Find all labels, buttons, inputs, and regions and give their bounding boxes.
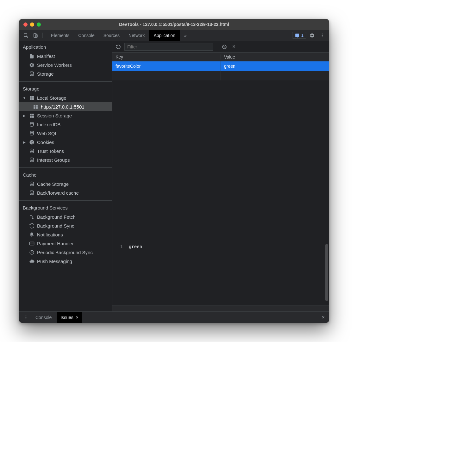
issues-count: 1 bbox=[301, 33, 304, 38]
drawer-tab-console[interactable]: Console bbox=[32, 312, 55, 323]
cell-key: favoriteColor bbox=[112, 61, 221, 71]
column-divider[interactable] bbox=[221, 61, 221, 242]
tab-console[interactable]: Console bbox=[74, 30, 99, 41]
toolbar-right: 1 bbox=[292, 31, 327, 40]
filter-input[interactable] bbox=[124, 43, 213, 51]
sidebar-item-back-forward-cache[interactable]: Back/forward cache bbox=[19, 188, 112, 197]
window-title: DevTools - 127.0.0.1:5501/posts/9-13-22/… bbox=[19, 22, 329, 27]
table-body: favoriteColor green bbox=[112, 61, 329, 242]
sidebar-item-session-storage[interactable]: ▶Session Storage bbox=[19, 111, 112, 120]
svg-point-20 bbox=[30, 131, 34, 132]
svg-rect-10 bbox=[32, 98, 34, 100]
sidebar-item-label: Periodic Background Sync bbox=[37, 250, 93, 255]
sidebar-item-label: Notifications bbox=[37, 232, 63, 237]
grid-icon bbox=[29, 95, 34, 101]
sidebar-item-storage[interactable]: Storage bbox=[19, 69, 112, 78]
sidebar-item-background-sync[interactable]: Background Sync bbox=[19, 221, 112, 230]
sync-icon bbox=[29, 223, 34, 229]
svg-rect-15 bbox=[30, 114, 32, 116]
cloud-icon bbox=[29, 259, 34, 264]
sidebar-item-push-messaging[interactable]: Push Messaging bbox=[19, 257, 112, 266]
maximize-window-button[interactable] bbox=[37, 22, 41, 27]
svg-rect-30 bbox=[29, 242, 34, 245]
sidebar-item-cache-storage[interactable]: Cache Storage bbox=[19, 179, 112, 188]
svg-point-23 bbox=[32, 141, 33, 142]
drawer-tab-issues[interactable]: Issues × bbox=[57, 312, 82, 323]
svg-point-3 bbox=[322, 34, 323, 34]
tab-elements[interactable]: Elements bbox=[47, 30, 74, 41]
sidebar-item-payment-handler[interactable]: Payment Handler bbox=[19, 239, 112, 248]
tab-network[interactable]: Network bbox=[124, 30, 149, 41]
gear-icon bbox=[29, 62, 34, 68]
preview-scrollbar[interactable] bbox=[325, 244, 328, 301]
drawer: Console Issues × × bbox=[19, 311, 329, 323]
svg-rect-9 bbox=[30, 98, 32, 100]
sidebar-item-trust-tokens[interactable]: Trust Tokens bbox=[19, 147, 112, 155]
sidebar-item-label: Service Workers bbox=[37, 62, 72, 68]
sidebar-item-web-sql[interactable]: Web SQL bbox=[19, 129, 112, 138]
issue-icon bbox=[295, 33, 299, 38]
sidebar-item-label: http://127.0.0.1:5501 bbox=[41, 104, 85, 110]
clear-all-icon[interactable] bbox=[221, 43, 228, 50]
sidebar-item-label: Storage bbox=[37, 71, 54, 77]
drawer-close-icon[interactable]: × bbox=[320, 315, 327, 320]
svg-rect-16 bbox=[32, 114, 34, 116]
inspect-element-icon[interactable] bbox=[22, 31, 30, 40]
svg-point-25 bbox=[32, 143, 33, 143]
cell-value: green bbox=[221, 61, 329, 71]
issues-badge[interactable]: 1 bbox=[292, 32, 306, 39]
sidebar-item-indexeddb[interactable]: IndexedDB bbox=[19, 120, 112, 129]
sidebar-item-label: Cache Storage bbox=[37, 181, 69, 187]
sidebar-item-background-fetch[interactable]: Background Fetch bbox=[19, 212, 112, 221]
tab-application[interactable]: Application bbox=[149, 30, 180, 41]
col-key[interactable]: Key bbox=[112, 54, 221, 60]
sidebar-item-manifest[interactable]: Manifest bbox=[19, 52, 112, 60]
svg-point-26 bbox=[30, 149, 34, 150]
sidebar-item-label: Payment Handler bbox=[37, 241, 74, 246]
minimize-window-button[interactable] bbox=[30, 22, 34, 27]
drawer-menu-icon[interactable] bbox=[22, 313, 30, 322]
kebab-menu-icon[interactable] bbox=[318, 31, 327, 40]
sidebar-item-label: Trust Tokens bbox=[37, 148, 64, 154]
sidebar-item-service-workers[interactable]: Service Workers bbox=[19, 60, 112, 69]
content-pane: × Key Value favoriteColor green 1 bbox=[112, 41, 329, 311]
svg-point-19 bbox=[30, 122, 34, 123]
sidebar-item-interest-groups[interactable]: Interest Groups bbox=[19, 155, 112, 164]
sidebar-item-label: Background Fetch bbox=[37, 214, 76, 220]
refresh-icon[interactable] bbox=[115, 43, 122, 50]
svg-point-28 bbox=[30, 182, 34, 183]
preview-text[interactable]: green bbox=[126, 242, 329, 305]
svg-rect-14 bbox=[36, 107, 38, 109]
cookie-icon bbox=[29, 140, 34, 145]
db-icon bbox=[29, 122, 34, 127]
main-toolbar: Elements Console Sources Network Applica… bbox=[19, 30, 329, 41]
sidebar-item-periodic-background-sync[interactable]: Periodic Background Sync bbox=[19, 248, 112, 257]
col-value[interactable]: Value bbox=[221, 54, 329, 60]
tab-overflow[interactable]: » bbox=[180, 30, 191, 41]
svg-rect-17 bbox=[30, 116, 32, 118]
section-application: Application bbox=[19, 41, 112, 52]
sidebar-item-cookies[interactable]: ▶Cookies bbox=[19, 138, 112, 147]
section-storage: Storage bbox=[19, 83, 112, 93]
sidebar-item-notifications[interactable]: Notifications bbox=[19, 230, 112, 239]
svg-rect-1 bbox=[34, 34, 36, 37]
close-window-button[interactable] bbox=[23, 22, 28, 27]
svg-point-24 bbox=[31, 142, 32, 143]
sidebar-item-label: Push Messaging bbox=[37, 259, 72, 264]
sidebar-item-label: Session Storage bbox=[37, 113, 72, 118]
svg-point-4 bbox=[322, 35, 323, 36]
close-icon[interactable]: × bbox=[76, 315, 78, 320]
sidebar-item-label: Interest Groups bbox=[37, 157, 70, 163]
svg-point-22 bbox=[31, 141, 31, 142]
device-toolbar-icon[interactable] bbox=[31, 31, 40, 40]
sidebar-item-http-127-0-0-1-5501[interactable]: http://127.0.0.1:5501 bbox=[19, 102, 112, 111]
settings-icon[interactable] bbox=[308, 31, 316, 40]
section-bg-services: Background Services bbox=[19, 202, 112, 212]
svg-point-33 bbox=[26, 316, 27, 316]
sidebar-item-local-storage[interactable]: ▼Local Storage bbox=[19, 93, 112, 102]
devtools-window: DevTools - 127.0.0.1:5501/posts/9-13-22/… bbox=[19, 19, 329, 323]
tab-sources[interactable]: Sources bbox=[99, 30, 124, 41]
separator bbox=[217, 44, 217, 50]
panel-tabs: Elements Console Sources Network Applica… bbox=[47, 30, 191, 41]
delete-selected-icon[interactable]: × bbox=[230, 43, 237, 50]
